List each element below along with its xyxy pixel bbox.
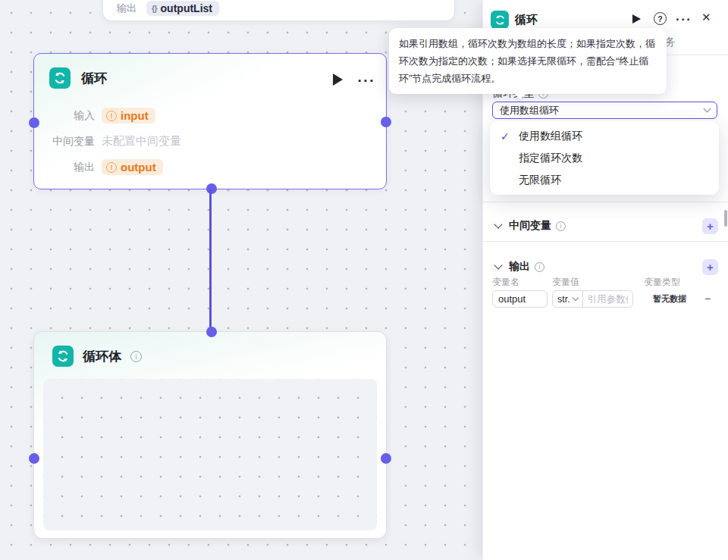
value-reference-input[interactable] (583, 294, 632, 305)
chevron-down-icon (572, 295, 578, 301)
output-variable-name: outputList (161, 2, 212, 14)
menu-item-label: 指定循环次数 (519, 152, 582, 165)
braces-icon: {} (152, 4, 157, 13)
column-header-type: 变量类型 (644, 276, 680, 289)
type-select-value: str. (557, 294, 570, 305)
partial-node-card[interactable]: 输出 {} outputList (102, 0, 455, 21)
info-icon[interactable]: i (130, 351, 142, 362)
output-row: 输出 {} outputList (117, 1, 219, 16)
loop-type-dropdown-menu: ✓ 使用数组循环 指定循环次数 无限循环 (490, 121, 719, 195)
mid-variable-row: 中间变量 未配置中间变量 (46, 131, 374, 152)
loop-body-title: 循环体 (83, 348, 121, 365)
loop-node-title: 循环 (81, 70, 107, 87)
loop-icon (491, 11, 509, 29)
chevron-down-icon[interactable] (494, 261, 502, 269)
port-bottom[interactable] (206, 183, 217, 194)
output-variable-badge[interactable]: ! output (102, 159, 163, 175)
section-divider (483, 202, 728, 202)
mid-variables-section-label: 中间变量 (509, 219, 551, 233)
output-label: 输出 (46, 161, 95, 174)
loop-node-rows: 输入 ! input 中间变量 未配置中间变量 输出 (46, 105, 374, 177)
mid-variable-empty-text: 未配置中间变量 (102, 134, 181, 149)
port-left[interactable] (29, 117, 39, 128)
remove-row-button[interactable]: − (704, 290, 711, 308)
scrollbar-thumb[interactable] (724, 210, 727, 227)
input-variable-name: input (121, 109, 149, 122)
chevron-down-icon (704, 105, 711, 113)
input-variable-badge[interactable]: ! input (102, 108, 155, 124)
loop-node[interactable]: 循环 ··· 输入 ! input 中间变量 未配置 (33, 53, 387, 189)
connection-line (209, 189, 212, 331)
workflow-editor: 输出 {} outputList 循环 (0, 0, 728, 560)
warning-icon: ! (106, 111, 117, 121)
menu-item-array-loop[interactable]: ✓ 使用数组循环 (490, 125, 719, 147)
panel-more-icon[interactable]: ··· (676, 13, 692, 26)
run-node-button[interactable] (333, 74, 343, 86)
output-table-row: str. 暂无数据 − (483, 290, 728, 308)
info-icon[interactable]: i (556, 221, 566, 231)
port-left[interactable] (29, 453, 39, 464)
panel-run-button[interactable] (632, 14, 641, 23)
close-icon[interactable]: ✕ (701, 11, 711, 23)
type-select[interactable]: str. (553, 291, 583, 307)
input-row: 输入 ! input (46, 105, 374, 126)
section-divider (483, 241, 728, 242)
column-header-name: 变量名 (492, 276, 519, 289)
info-icon[interactable]: i (535, 262, 544, 272)
node-more-icon[interactable]: ··· (358, 74, 375, 88)
mid-variable-label: 中间变量 (46, 135, 95, 149)
tooltip-text: 如果引用数组，循环次数为数组的长度；如果指定次数，循环次数为指定的次数；如果选择… (399, 38, 655, 84)
loop-icon (49, 67, 71, 89)
panel-title: 循环 (515, 13, 538, 27)
port-top[interactable] (206, 327, 217, 337)
menu-item-label: 使用数组循环 (519, 130, 582, 143)
loop-type-value: 使用数组循环 (500, 104, 704, 117)
add-output-button[interactable]: + (702, 259, 718, 275)
loop-body-node[interactable]: 循环体 i (33, 331, 387, 539)
port-right[interactable] (381, 117, 391, 127)
output-row: 输出 ! output (46, 157, 374, 177)
loop-type-tooltip: 如果引用数组，循环次数为数组的长度；如果指定次数，循环次数为指定的次数；如果选择… (389, 28, 667, 94)
check-icon: ✓ (500, 130, 519, 142)
loop-icon (52, 346, 74, 367)
output-variable-name: output (121, 161, 156, 174)
loop-type-select[interactable]: 使用数组循环 (492, 102, 717, 119)
output-variable-badge[interactable]: {} outputList (146, 1, 219, 16)
warning-icon: ! (106, 162, 117, 173)
menu-item-fixed-count[interactable]: 指定循环次数 (490, 147, 719, 169)
output-section-label: 输出 (509, 260, 530, 274)
add-mid-variable-button[interactable]: + (702, 218, 718, 234)
chevron-down-icon[interactable] (494, 220, 502, 228)
variable-value-control: str. (552, 290, 633, 308)
menu-item-infinite-loop[interactable]: 无限循环 (490, 169, 719, 191)
column-header-value: 变量值 (552, 276, 579, 289)
output-row-label: 输出 (117, 2, 136, 15)
loop-body-drop-area[interactable] (43, 379, 377, 530)
menu-item-label: 无限循环 (519, 174, 561, 187)
section-mid-variables: 中间变量 i + (483, 211, 728, 241)
help-icon[interactable]: ? (654, 12, 667, 25)
section-output: 输出 i + (483, 252, 728, 282)
loop-body-header: 循环体 i (52, 346, 142, 367)
port-right[interactable] (381, 453, 391, 464)
input-label: 输入 (46, 109, 95, 123)
type-status-text: 暂无数据 (653, 290, 686, 308)
loop-node-header: 循环 (49, 67, 107, 89)
variable-name-input[interactable] (492, 290, 548, 308)
